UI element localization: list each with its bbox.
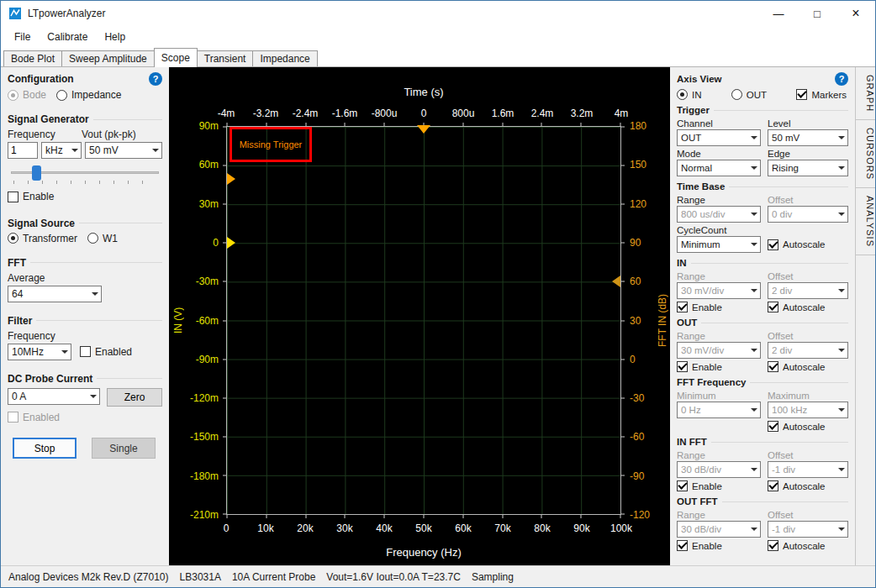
zero-button[interactable]: Zero <box>107 388 162 407</box>
frequency-slider[interactable] <box>9 164 161 184</box>
side-tab-graph[interactable]: GRAPH <box>856 67 875 120</box>
axis-view-title: Axis View <box>677 74 722 84</box>
scope-graph[interactable]: Time (s) -4m-3.2m-2.4m-1.6m-800u0800u1.6… <box>169 67 670 565</box>
tab-scope[interactable]: Scope <box>154 48 198 67</box>
fft-maximum-select[interactable]: 100 kHz <box>768 402 848 418</box>
marker-triangle[interactable] <box>227 173 235 185</box>
in-fft-offset-select[interactable]: -1 div <box>768 461 848 478</box>
in-fft-range-select[interactable]: 30 dB/div <box>677 461 761 478</box>
tab-bode-plot[interactable]: Bode Plot <box>3 50 62 66</box>
marker-triangle[interactable] <box>612 276 620 287</box>
combo-value: Normal <box>678 163 747 173</box>
radio-icon <box>8 233 18 244</box>
menu-file[interactable]: File <box>6 26 39 48</box>
tick-mark <box>223 359 226 360</box>
time-base-range-select[interactable]: 800 us/div <box>677 206 761 223</box>
dc-probe-current-select[interactable]: 0 A <box>8 388 100 405</box>
out-fft-enable-checkbox[interactable]: Enable <box>677 540 761 551</box>
in-enable-checkbox[interactable]: Enable <box>677 302 761 312</box>
vout-select[interactable]: 50 mV <box>85 142 162 159</box>
help-icon[interactable]: ? <box>835 72 848 86</box>
close-button[interactable]: × <box>836 1 875 26</box>
slider-thumb[interactable] <box>32 165 41 181</box>
out-fft-offset-select[interactable]: -1 div <box>768 521 848 538</box>
tick-label: 80k <box>534 522 550 534</box>
w1-radio[interactable]: W1 <box>87 233 118 244</box>
impedance-radio[interactable]: Impedance <box>56 89 121 101</box>
minimize-button[interactable]: — <box>759 1 798 26</box>
tick-mark <box>227 515 228 518</box>
stop-button[interactable]: Stop <box>13 438 77 459</box>
help-icon[interactable]: ? <box>149 72 162 86</box>
in-fft-autoscale-checkbox[interactable]: Autoscale <box>768 480 848 491</box>
menu-calibrate[interactable]: Calibrate <box>39 26 96 48</box>
tick-mark <box>502 123 503 126</box>
in-range-select[interactable]: 30 mV/div <box>677 282 761 299</box>
plot-area[interactable]: Missing Trigger <box>226 126 621 515</box>
tab-impedance[interactable]: Impedance <box>252 50 317 66</box>
markers-checkbox[interactable]: Markers <box>796 89 847 100</box>
fft-minimum-select[interactable]: 0 Hz <box>677 402 761 418</box>
fft-average-select[interactable]: 64 <box>8 286 102 302</box>
in-offset-select[interactable]: 2 div <box>768 282 848 299</box>
tick-mark <box>502 515 503 518</box>
signal-generator-enable-checkbox[interactable]: Enable <box>8 191 54 202</box>
tick-label: 0 <box>421 108 427 119</box>
out-fft-autoscale-checkbox[interactable]: Autoscale <box>768 540 848 551</box>
filter-frequency-select[interactable]: 10MHz <box>8 344 71 360</box>
chevron-down-icon <box>87 389 99 404</box>
in-autoscale-checkbox[interactable]: Autoscale <box>768 302 848 312</box>
fft-frequency-autoscale-checkbox[interactable]: Autoscale <box>768 421 848 432</box>
fft-frequency-section: FFT Frequency Minimum Maximum 0 Hz 100 k… <box>677 377 848 432</box>
checkbox-icon <box>768 421 778 432</box>
time-base-autoscale-checkbox[interactable]: Autoscale <box>768 239 848 250</box>
enable-label: Enable <box>692 302 722 312</box>
out-autoscale-checkbox[interactable]: Autoscale <box>768 361 848 372</box>
tick-label: 150 <box>630 159 646 171</box>
axis-out-radio[interactable]: OUT <box>731 89 767 100</box>
configuration-section: Configuration ? Bode Impedance <box>8 72 162 101</box>
out-offset-select[interactable]: 2 div <box>768 342 848 359</box>
status-probe: 10A Current Probe <box>232 571 315 583</box>
checkbox-icon <box>677 480 688 491</box>
in-fft-enable-checkbox[interactable]: Enable <box>677 480 761 491</box>
time-base-offset-select[interactable]: 0 div <box>768 206 848 223</box>
marker-triangle[interactable] <box>417 125 430 134</box>
maximize-button[interactable]: □ <box>798 1 836 26</box>
tick-mark <box>223 204 226 205</box>
tab-transient[interactable]: Transient <box>197 50 254 66</box>
combo-value: 30 dB/div <box>678 524 747 534</box>
cyclecount-select[interactable]: Minimum <box>677 236 761 253</box>
enable-label: Enable <box>23 191 54 202</box>
side-tab-analysis[interactable]: ANALYSIS <box>856 188 875 255</box>
tick-label: -60 <box>630 431 644 443</box>
side-tab-cursors[interactable]: CURSORS <box>856 120 875 188</box>
frequency-input[interactable] <box>8 142 38 159</box>
tab-sweep-amplitude[interactable]: Sweep Amplitude <box>61 50 155 66</box>
trigger-mode-select[interactable]: Normal <box>677 160 761 176</box>
trigger-section: Trigger Channel Level OUT 50 mV <box>677 105 848 176</box>
axis-in-radio[interactable]: IN <box>677 89 702 100</box>
time-base-title: Time Base <box>677 181 725 192</box>
trigger-edge-select[interactable]: Rising <box>768 160 848 176</box>
filter-enabled-checkbox[interactable]: Enabled <box>80 346 132 358</box>
out-enable-checkbox[interactable]: Enable <box>677 361 761 372</box>
time-axis-ticks: -4m-3.2m-2.4m-1.6m-800u0800u1.6m2.4m3.2m… <box>226 108 621 120</box>
checkbox-icon <box>8 192 18 202</box>
in-axis-label: IN (V) <box>172 126 184 515</box>
marker-triangle[interactable] <box>227 237 235 249</box>
out-range-select[interactable]: 30 mV/div <box>677 342 761 359</box>
out-fft-range-select[interactable]: 30 dB/div <box>677 521 761 538</box>
trigger-channel-select[interactable]: OUT <box>677 129 761 146</box>
menu-bar: File Calibrate Help <box>1 26 875 48</box>
dc-probe-enabled-label: Enabled <box>23 412 60 423</box>
tick-mark <box>541 515 542 518</box>
menu-help[interactable]: Help <box>96 26 134 48</box>
tick-label: 0 <box>213 237 219 249</box>
single-button[interactable]: Single <box>92 438 156 459</box>
tick-mark <box>223 127 226 128</box>
checkbox-icon <box>768 540 778 551</box>
frequency-unit-select[interactable]: kHz <box>41 142 82 159</box>
trigger-level-select[interactable]: 50 mV <box>768 129 848 146</box>
transformer-radio[interactable]: Transformer <box>8 233 77 244</box>
